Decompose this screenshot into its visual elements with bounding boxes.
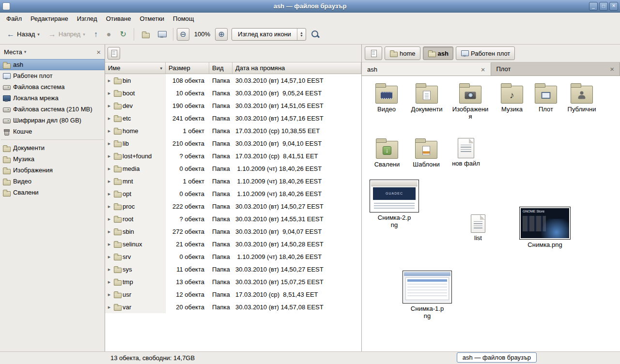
expander-icon[interactable]: ▸: [107, 266, 112, 273]
sidebar-close-icon[interactable]: [96, 48, 101, 56]
zoom-out-button[interactable]: [177, 28, 189, 41]
sidebar-item-downloads[interactable]: Свалени: [0, 187, 105, 198]
breadcrumb-desktop[interactable]: Работен плот: [456, 46, 515, 60]
icon-item-pictures[interactable]: Изображения: [452, 83, 489, 121]
computer-button[interactable]: [154, 27, 170, 42]
table-row[interactable]: ▸ proc 222 обекта Папка 30.03.2010 (вт) …: [105, 200, 361, 212]
expander-icon[interactable]: ▸: [107, 254, 112, 260]
table-row[interactable]: ▸ usr 12 обекта Папка 17.03.2010 (ср) 8,…: [105, 288, 361, 301]
expander-icon[interactable]: ▸: [107, 178, 112, 184]
menu-go[interactable]: Отиване: [102, 14, 136, 24]
icon-item-desktop[interactable]: Плот: [531, 83, 560, 113]
sidebar-item-documents[interactable]: Документи: [0, 142, 105, 153]
table-row[interactable]: ▸ mnt 1 обект Папка 1.10.2009 (чт) 18,40…: [105, 175, 361, 187]
expander-icon[interactable]: ▸: [107, 216, 112, 222]
menu-bookmarks[interactable]: Отметки: [135, 14, 169, 24]
icon-item-new-file[interactable]: нов файл: [448, 138, 484, 167]
column-header-type[interactable]: Вид: [209, 62, 232, 74]
tab-close-icon[interactable]: [610, 65, 614, 73]
view-mode-combobox[interactable]: Изглед като икони ▲▼: [232, 28, 306, 41]
reload-button[interactable]: [116, 27, 130, 42]
table-row[interactable]: ▸ var 20 обекта Папка 30.03.2010 (вт) 14…: [105, 301, 361, 313]
icon-item-list[interactable]: list: [465, 214, 492, 242]
expander-icon[interactable]: ▸: [107, 140, 112, 147]
expander-icon[interactable]: ▸: [107, 115, 112, 121]
expander-icon[interactable]: ▸: [107, 103, 112, 109]
icon-item-snimka-2-png[interactable]: GUADEC Снимка-2.png: [369, 180, 420, 229]
close-button[interactable]: [609, 2, 618, 11]
table-row[interactable]: ▸ dev 190 обекта Папка 30.03.2010 (вт) 1…: [105, 99, 361, 112]
menu-file[interactable]: Файл: [2, 14, 26, 24]
breadcrumb-root[interactable]: [365, 46, 382, 60]
menu-help[interactable]: Помощ: [169, 14, 198, 24]
sidebar-item-pictures[interactable]: Изображения: [0, 165, 105, 176]
expander-icon[interactable]: ▸: [107, 304, 112, 310]
minimize-button[interactable]: [589, 2, 598, 11]
menu-view[interactable]: Изглед: [73, 14, 102, 24]
sidebar-item-trash[interactable]: Кошче: [0, 126, 105, 137]
icon-item-video[interactable]: Видео: [371, 83, 403, 113]
home-button[interactable]: [138, 27, 153, 42]
icon-item-snimka-1-png[interactable]: Снимка-1.png: [402, 271, 453, 320]
table-row[interactable]: ▸ opt 0 обекта Папка 1.10.2009 (чт) 18,4…: [105, 187, 361, 200]
sidebar-item-filesystem-210mb[interactable]: Файлова система (210 MB): [0, 104, 105, 115]
table-row[interactable]: ▸ etc 241 обекта Папка 30.03.2010 (вт) 1…: [105, 112, 361, 124]
maximize-button[interactable]: [599, 2, 608, 11]
table-row[interactable]: ▸ media 0 обекта Папка 1.10.2009 (чт) 18…: [105, 162, 361, 175]
tab-ash[interactable]: ash: [362, 62, 491, 76]
zoom-in-button[interactable]: [215, 28, 228, 41]
sidebar-item-local-network[interactable]: Локална мрежа: [0, 92, 105, 104]
sidebar-item-ash[interactable]: ash: [0, 59, 105, 70]
icon-item-snimka-png[interactable]: GNOME Store Снимка.png: [518, 207, 572, 249]
search-button[interactable]: [307, 27, 324, 42]
expander-icon[interactable]: ▸: [107, 128, 112, 134]
icon-item-music[interactable]: Музика: [494, 83, 530, 113]
column-header-size[interactable]: Размер: [166, 62, 209, 74]
sidebar-item-encrypted-80gb[interactable]: Шифриран дял (80 GB): [0, 115, 105, 126]
tab-plot[interactable]: Плот: [491, 62, 620, 76]
expander-icon[interactable]: ▸: [107, 228, 112, 235]
column-header-date[interactable]: Дата на промяна: [232, 62, 361, 74]
icon-item-templates[interactable]: Шаблони: [407, 138, 445, 168]
forward-button[interactable]: Напред: [45, 27, 89, 42]
expander-icon[interactable]: ▸: [107, 90, 112, 96]
titlebar[interactable]: ash — файлов браузър: [0, 0, 620, 13]
column-header-name[interactable]: Име: [105, 62, 166, 74]
table-row[interactable]: ▸ boot 10 обекта Папка 30.03.2010 (вт) 9…: [105, 87, 361, 99]
table-row[interactable]: ▸ sys 11 обекта Папка 30.03.2010 (вт) 14…: [105, 263, 361, 275]
sidebar-item-desktop[interactable]: Работен плот: [0, 70, 105, 81]
table-row[interactable]: ▸ home 1 обект Папка 17.03.2010 (ср) 10,…: [105, 124, 361, 137]
root-location-button[interactable]: [108, 47, 120, 60]
expander-icon[interactable]: ▸: [107, 166, 112, 172]
table-row[interactable]: ▸ tmp 13 обекта Папка 30.03.2010 (вт) 15…: [105, 275, 361, 288]
table-row[interactable]: ▸ srv 0 обекта Папка 1.10.2009 (чт) 18,4…: [105, 250, 361, 263]
combobox-arrows-icon[interactable]: ▲▼: [297, 29, 306, 40]
up-button[interactable]: [90, 27, 102, 42]
icon-item-downloads[interactable]: Свалени: [370, 138, 404, 168]
sidebar-item-music[interactable]: Музика: [0, 153, 105, 165]
table-row[interactable]: ▸ lost+found ? обекта Папка 17.03.2010 (…: [105, 150, 361, 162]
tab-close-icon[interactable]: [481, 65, 485, 74]
expander-icon[interactable]: ▸: [107, 241, 112, 247]
table-row[interactable]: ▸ selinux 21 обекта Папка 30.03.2010 (вт…: [105, 238, 361, 250]
stop-button[interactable]: [103, 27, 115, 42]
sidebar-selector-icon[interactable]: [24, 49, 27, 54]
expander-icon[interactable]: ▸: [107, 203, 112, 210]
expander-icon[interactable]: ▸: [107, 77, 112, 84]
table-row[interactable]: ▸ root ? обекта Папка 30.03.2010 (вт) 14…: [105, 212, 361, 225]
expander-icon[interactable]: ▸: [107, 279, 112, 285]
breadcrumb-home[interactable]: home: [385, 46, 420, 60]
sidebar-item-filesystem[interactable]: Файлова система: [0, 81, 105, 92]
menu-edit[interactable]: Редактиране: [26, 14, 73, 24]
back-dropdown-icon[interactable]: [37, 32, 40, 37]
table-row[interactable]: ▸ bin 108 обекта Папка 30.03.2010 (вт) 1…: [105, 74, 361, 87]
table-row[interactable]: ▸ sbin 272 обекта Папка 30.03.2010 (вт) …: [105, 225, 361, 238]
expander-icon[interactable]: ▸: [107, 191, 112, 197]
breadcrumb-ash[interactable]: ash: [423, 46, 453, 60]
sidebar-item-video[interactable]: Видео: [0, 176, 105, 187]
back-button[interactable]: Назад: [3, 27, 44, 42]
icon-item-public[interactable]: Публични: [561, 83, 602, 113]
expander-icon[interactable]: ▸: [107, 291, 112, 298]
expander-icon[interactable]: ▸: [107, 153, 112, 159]
icon-view[interactable]: Видео Документи Изображения Музика Плот …: [362, 76, 620, 351]
